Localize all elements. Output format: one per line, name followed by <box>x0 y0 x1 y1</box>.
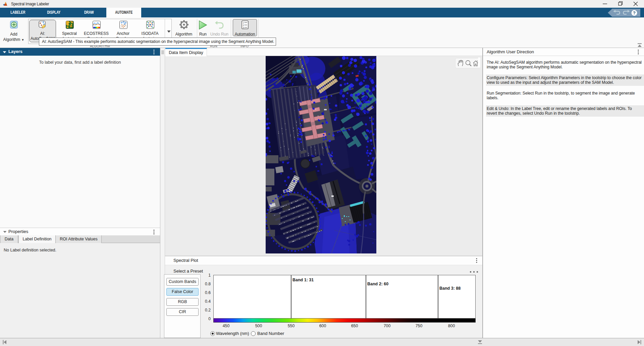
svg-text:?: ? <box>633 10 636 15</box>
